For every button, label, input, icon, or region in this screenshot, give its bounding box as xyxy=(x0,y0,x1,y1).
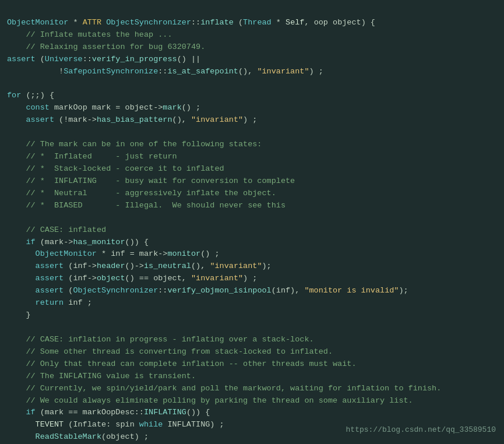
watermark: https://blog.csdn.net/qq_33589510 xyxy=(346,424,496,436)
code-block: ObjectMonitor * ATTR ObjectSynchronizer:… xyxy=(0,0,504,444)
